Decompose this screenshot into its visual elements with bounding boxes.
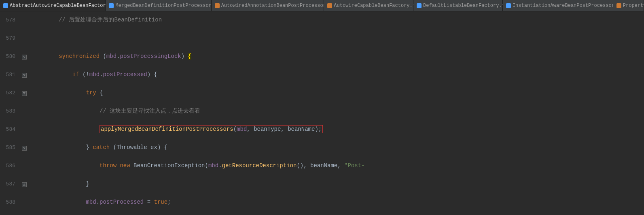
line-number-588: 588 (0, 194, 20, 212)
line-gutter-586 (20, 157, 28, 175)
line-number-587: 587 (0, 175, 20, 194)
tab-instantiation[interactable]: InstantiationAwareBeanPostProcessor.java… (503, 0, 613, 11)
tab-autowire-capable[interactable]: AutowireCapableBeanFactory.java ✕ (324, 0, 413, 11)
code-line-586: 586 throw new BeanCreationException(mbd.… (0, 157, 644, 175)
tab-icon-5 (417, 3, 422, 8)
line-content-587: } (28, 175, 644, 194)
line-number-586: 586 (0, 157, 20, 175)
fold-icon-580[interactable]: ▽ (22, 55, 27, 60)
line-content-586: throw new BeanCreationException(mbd.getR… (28, 157, 644, 175)
tab-default-listable[interactable]: DefaultListableBeanFactory.java ✕ (413, 0, 503, 11)
tab-icon-1 (3, 3, 8, 8)
tab-label-7: Property (623, 3, 644, 9)
keyword-synchronized: synchronized (59, 53, 100, 60)
line-number-579: 579 (0, 30, 20, 48)
line-gutter-578 (20, 11, 28, 30)
code-line-584: 584 applyMergedBeanDefinitionPostProcess… (0, 121, 644, 139)
line-number-582: 582 (0, 84, 20, 102)
line-content-588: mbd.postProcessed = true; (28, 194, 644, 212)
line-number-580: 580 (0, 48, 20, 66)
code-line-582: 582 ▽ try { (0, 84, 644, 102)
code-line-581: 581 ▽ if (!mbd.postProcessed) { (0, 66, 644, 84)
tab-icon-6 (506, 3, 511, 8)
code-line-580: 580 ▽ synchronized (mbd.postProcessingLo… (0, 48, 644, 66)
line-gutter-584 (20, 121, 28, 139)
code-area: 578 // 后置处理合并后的BeanDefinition 579 580 ▽ … (0, 11, 644, 215)
tab-bar: AbstractAutowireCapableBeanFactory.jav ✕… (0, 0, 644, 11)
code-line-583: 583 // 这块主要是寻找注入点，点进去看看 (0, 102, 644, 121)
tab-label-1: AbstractAutowireCapableBeanFactory.jav (10, 3, 121, 9)
line-number-578: 578 (0, 11, 20, 30)
line-gutter-589: △ (20, 212, 28, 215)
line-gutter-581: ▽ (20, 66, 28, 84)
tab-icon-4 (327, 3, 332, 8)
line-number-585: 585 (0, 139, 20, 157)
tab-icon-2 (109, 3, 114, 8)
code-line-587: 587 △ } (0, 175, 644, 194)
line-content-579 (28, 30, 644, 48)
code-line-588: 588 mbd.postProcessed = true; (0, 194, 644, 212)
tab-property[interactable]: Property (613, 0, 644, 11)
tab-abstract-factory[interactable]: AbstractAutowireCapableBeanFactory.jav ✕ (0, 0, 106, 11)
tab-label-5: DefaultListableBeanFactory.java (423, 3, 513, 9)
line-content-578: // 后置处理合并后的BeanDefinition (28, 11, 644, 30)
tab-label-6: InstantiationAwareBeanPostProcessor.java (513, 3, 629, 9)
code-line-578: 578 // 后置处理合并后的BeanDefinition (0, 11, 644, 30)
tab-icon-7 (616, 3, 621, 8)
code-line-579: 579 (0, 30, 644, 48)
line-gutter-585: ▽ (20, 139, 28, 157)
line-number-589: 589 (0, 212, 20, 215)
tab-label-3: AutowiredAnnotationBeanPostProcessor.jav… (221, 3, 341, 9)
tab-autowired[interactable]: AutowiredAnnotationBeanPostProcessor.jav… (212, 0, 324, 11)
line-gutter-579 (20, 30, 28, 48)
tab-label-4: AutowireCapableBeanFactory.java (334, 3, 424, 9)
line-number-583: 583 (0, 102, 20, 121)
line-number-581: 581 (0, 66, 20, 84)
line-gutter-583 (20, 102, 28, 121)
tab-label-2: MergedBeanDefinitionPostProcessor.java (115, 3, 226, 9)
code-line-589: 589 △ } (0, 212, 644, 215)
comment-578: // 后置处理合并后的BeanDefinition (32, 17, 162, 23)
line-gutter-580: ▽ (20, 48, 28, 66)
line-gutter-588 (20, 194, 28, 212)
code-line-585: 585 ▽ } catch (Throwable ex) { (0, 139, 644, 157)
line-gutter-582: ▽ (20, 84, 28, 102)
line-content-583: // 这块主要是寻找注入点，点进去看看 (28, 102, 644, 121)
editor-area: 578 // 后置处理合并后的BeanDefinition 579 580 ▽ … (0, 11, 644, 215)
line-number-584: 584 (0, 121, 20, 139)
line-content-585: } catch (Throwable ex) { (28, 139, 644, 157)
highlight-box-584: applyMergedBeanDefinitionPostProcessors(… (100, 125, 323, 133)
tab-merged[interactable]: MergedBeanDefinitionPostProcessor.java ✕ (106, 0, 211, 11)
line-content-589: } (28, 212, 644, 215)
line-content-580: synchronized (mbd.postProcessingLock) { (28, 48, 644, 66)
line-content-582: try { (28, 84, 644, 102)
line-content-584: applyMergedBeanDefinitionPostProcessors(… (28, 121, 644, 139)
tab-icon-3 (215, 3, 220, 8)
line-content-581: if (!mbd.postProcessed) { (28, 66, 644, 84)
fold-icon-587[interactable]: △ (22, 182, 27, 187)
fold-icon-582[interactable]: ▽ (22, 91, 27, 96)
fold-icon-581[interactable]: ▽ (22, 73, 27, 78)
fold-icon-585[interactable]: ▽ (22, 146, 27, 151)
line-gutter-587: △ (20, 175, 28, 194)
